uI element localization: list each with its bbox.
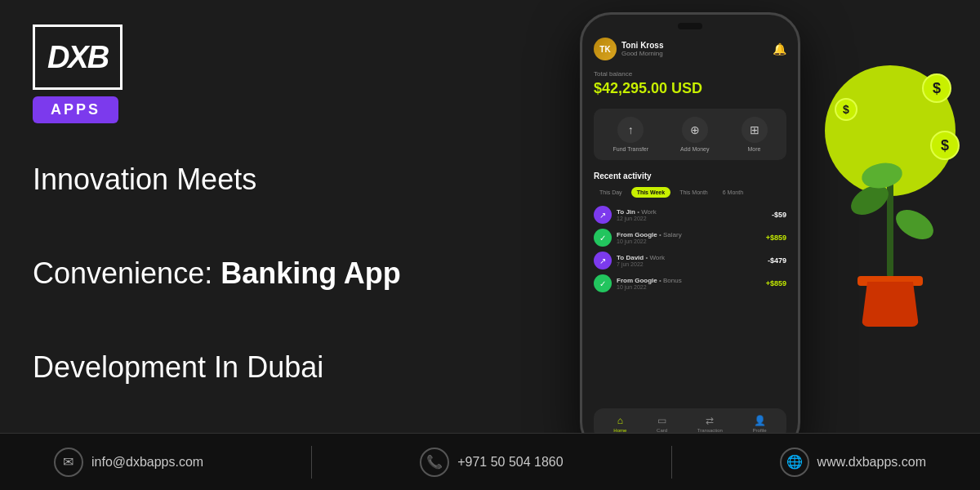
phone-screen: TK Toni Kross Good Morning 🔔 Total balan… bbox=[582, 15, 798, 451]
avatar: TK bbox=[594, 38, 617, 60]
recent-activity-title: Recent activity bbox=[594, 172, 786, 180]
transaction-name: From Google • Bonus bbox=[617, 277, 761, 284]
logo-container: DXB APPS bbox=[33, 24, 441, 123]
footer-divider-2 bbox=[671, 446, 672, 479]
footer-divider-1 bbox=[311, 446, 312, 479]
bell-icon[interactable]: 🔔 bbox=[773, 42, 786, 56]
apps-badge: APPS bbox=[33, 96, 118, 123]
transaction-date: 12 jun 2022 bbox=[617, 216, 767, 221]
table-row: ✓ From Google • Bonus 10 jun 2022 +$859 bbox=[594, 274, 786, 292]
transaction-icon: ↗ bbox=[594, 252, 612, 270]
phone-mockup: TK Toni Kross Good Morning 🔔 Total balan… bbox=[580, 12, 800, 453]
tab-this-day[interactable]: This Day bbox=[594, 187, 628, 198]
more-button[interactable]: ⊞ More bbox=[742, 117, 768, 152]
footer-email: info@dxbapps.com bbox=[91, 455, 203, 470]
transaction-date: 10 jun 2022 bbox=[617, 238, 761, 244]
dollar-icon-1: $ bbox=[922, 74, 951, 103]
transaction-amount: +$859 bbox=[766, 234, 786, 242]
footer-website: www.dxbapps.com bbox=[817, 455, 926, 470]
table-row: ↗ To Jin • Work 12 jun 2022 -$59 bbox=[594, 206, 786, 224]
plant-pot-body bbox=[862, 282, 919, 327]
globe-icon: 🌐 bbox=[780, 448, 809, 477]
transaction-amount: -$59 bbox=[772, 211, 786, 219]
nav-profile[interactable]: 👤 Profile bbox=[753, 415, 767, 433]
action-buttons: ↑ Fund Transfer ⊕ Add Money ⊞ More bbox=[594, 109, 786, 160]
card-icon: ▭ bbox=[657, 415, 666, 426]
phone-outer: TK Toni Kross Good Morning 🔔 Total balan… bbox=[580, 12, 800, 453]
dollar-icon-3: $ bbox=[835, 98, 858, 121]
phone-icon: 📞 bbox=[420, 448, 449, 477]
tab-6-month[interactable]: 6 Month bbox=[717, 187, 749, 198]
activity-tabs: This Day This Week This Month 6 Month bbox=[594, 187, 786, 198]
plant-leaf-top bbox=[860, 160, 904, 191]
footer-phone-item: 📞 +971 50 504 1860 bbox=[420, 448, 563, 477]
transaction-name: From Google • Salary bbox=[617, 231, 761, 238]
table-row: ✓ From Google • Salary 10 jun 2022 +$859 bbox=[594, 229, 786, 247]
profile-icon: 👤 bbox=[754, 415, 766, 426]
add-money-label: Add Money bbox=[680, 146, 709, 152]
transaction-icon: ⇄ bbox=[706, 415, 714, 426]
add-money-button[interactable]: ⊕ Add Money bbox=[680, 117, 709, 152]
transaction-icon: ✓ bbox=[594, 229, 612, 247]
app-header: TK Toni Kross Good Morning 🔔 bbox=[594, 38, 786, 60]
email-icon: ✉ bbox=[54, 448, 83, 477]
transaction-list: ↗ To Jin • Work 12 jun 2022 -$59 ✓ From … bbox=[594, 206, 786, 292]
user-info: Toni Kross Good Morning bbox=[621, 41, 663, 57]
more-icon: ⊞ bbox=[742, 117, 768, 143]
tab-this-week[interactable]: This Week bbox=[631, 187, 671, 198]
transaction-info: To David • Work 7 jun 2022 bbox=[617, 254, 763, 267]
nav-card[interactable]: ▭ Card bbox=[657, 415, 667, 433]
left-section: DXB APPS Innovation Meets Convenience: B… bbox=[33, 0, 441, 425]
decoration: $ $ $ bbox=[800, 49, 964, 376]
add-money-icon: ⊕ bbox=[682, 117, 708, 143]
fund-transfer-icon: ↑ bbox=[617, 117, 644, 143]
headline-line1: Innovation Meets bbox=[33, 156, 441, 203]
headline-line2: Convenience: Banking App bbox=[33, 250, 441, 297]
logo-box: DXB bbox=[33, 24, 122, 90]
balance-amount: $42,295.00 USD bbox=[594, 80, 786, 97]
transaction-icon: ✓ bbox=[594, 274, 612, 292]
table-row: ↗ To David • Work 7 jun 2022 -$479 bbox=[594, 252, 786, 270]
fund-transfer-button[interactable]: ↑ Fund Transfer bbox=[613, 117, 649, 152]
phone-notch bbox=[678, 23, 702, 29]
transaction-date: 7 jun 2022 bbox=[617, 261, 763, 267]
fund-transfer-label: Fund Transfer bbox=[613, 146, 649, 152]
plant-leaf-right bbox=[891, 204, 938, 246]
footer-email-item: ✉ info@dxbapps.com bbox=[54, 448, 203, 477]
home-icon: ⌂ bbox=[617, 415, 623, 426]
balance-section: Total balance $42,295.00 USD bbox=[594, 70, 786, 97]
headline-line3: Development In Dubai bbox=[33, 344, 441, 391]
nav-home[interactable]: ⌂ Home bbox=[613, 415, 626, 433]
tab-this-month[interactable]: This Month bbox=[674, 187, 714, 198]
transaction-date: 10 jun 2022 bbox=[617, 284, 761, 290]
footer-phone: +971 50 504 1860 bbox=[457, 455, 563, 470]
user-name: Toni Kross bbox=[621, 41, 663, 50]
logo-text: DXB bbox=[47, 40, 108, 75]
transaction-name: To David • Work bbox=[617, 254, 763, 261]
more-label: More bbox=[748, 146, 761, 152]
transaction-amount: -$479 bbox=[768, 256, 786, 265]
balance-label: Total balance bbox=[594, 70, 786, 78]
transaction-info: From Google • Salary 10 jun 2022 bbox=[617, 231, 761, 244]
footer-website-item: 🌐 www.dxbapps.com bbox=[780, 448, 926, 477]
nav-transaction[interactable]: ⇄ Transaction bbox=[697, 415, 723, 433]
transaction-info: To Jin • Work 12 jun 2022 bbox=[617, 208, 767, 221]
dollar-icon-2: $ bbox=[930, 131, 960, 160]
transaction-info: From Google • Bonus 10 jun 2022 bbox=[617, 277, 761, 290]
transaction-name: To Jin • Work bbox=[617, 208, 767, 216]
plant-illustration bbox=[833, 163, 947, 327]
greeting: Good Morning bbox=[621, 50, 663, 57]
footer: ✉ info@dxbapps.com 📞 +971 50 504 1860 🌐 … bbox=[0, 433, 980, 490]
headline: Innovation Meets Convenience: Banking Ap… bbox=[33, 156, 441, 391]
transaction-icon: ↗ bbox=[594, 206, 612, 224]
transaction-amount: +$859 bbox=[766, 279, 786, 287]
